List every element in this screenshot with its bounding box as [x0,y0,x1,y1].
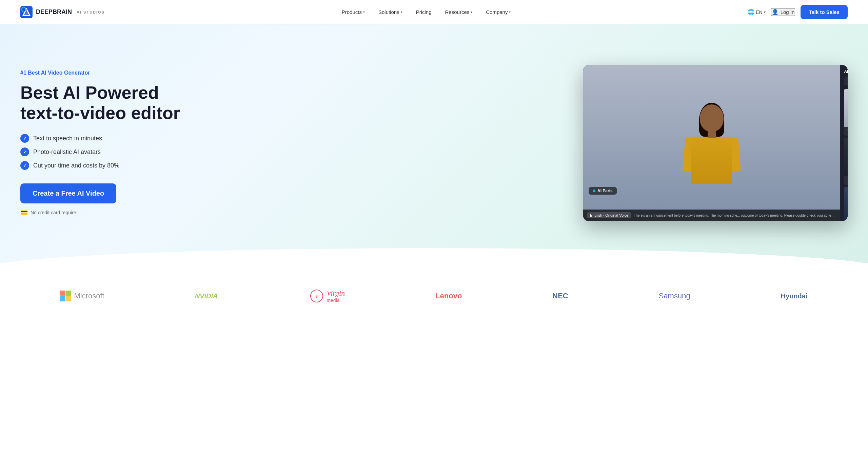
check-icon-2 [20,147,29,156]
logo-icon [20,6,33,18]
video-preview: AI Paris English · Original Voice There'… [583,65,848,221]
model-grid: Alan (Announcer) Jonathan (Announcer) [844,89,848,221]
feature-2: Photo-realistic AI avatars [20,147,207,156]
model-card-5[interactable]: CUSTOM Laure (Teacher) [844,187,848,221]
video-scroll-text: There's an announcement before today's m… [634,214,836,217]
logos-section: Microsoft NVIDIA V Virgin media Lenovo N… [0,269,868,317]
ai-dot [593,190,595,192]
logo-samsung: Samsung [659,292,690,300]
hero-content: #1 Best AI Video Generator Best AI Power… [20,70,207,217]
nav-resources[interactable]: Resources ▾ [440,6,478,18]
model-card-3[interactable]: Jonathan (Announcer) [844,138,848,185]
card-icon: 💳 [20,209,28,216]
avatar-container [678,101,746,210]
brand-name: DEEPBRAIN [36,8,72,16]
logo-hyundai: Hyundai [781,292,808,300]
brand-sub: AI STUDIOS [77,10,105,14]
hyundai-label: Hyundai [781,292,808,300]
nav-company[interactable]: Company ▾ [480,6,516,18]
lenovo-label: Lenovo [435,292,462,300]
avatar-torso [691,137,732,184]
svg-text:V: V [316,294,319,299]
model-badge-5: CUSTOM [845,220,848,221]
language-tag: English · Original Voice [587,212,631,218]
check-icon-3 [20,161,29,170]
logo-microsoft: Microsoft [60,291,104,301]
avatar [678,101,746,210]
logo[interactable]: DEEPBRAIN AI STUDIOS [20,6,105,18]
no-credit-card-note: 💳 No credit card require [20,209,207,216]
nav-products[interactable]: Products ▾ [336,6,370,18]
logo-lenovo: Lenovo [435,292,462,300]
model-name-1: Alan (Announcer) [844,127,848,133]
media-label: media [327,298,345,303]
ai-name-badge: AI Paris [589,187,617,195]
microsoft-grid-icon [60,291,71,301]
model-card-1[interactable]: Alan (Announcer) [844,89,848,136]
chevron-down-icon: ▾ [401,10,402,14]
nav-links: Products ▾ Solutions ▾ Pricing Resources… [336,6,516,18]
chevron-down-icon: ▾ [509,10,511,14]
logo-virgin: V Virgin media [308,289,345,303]
model-avatar-1 [844,89,848,127]
samsung-label: Samsung [659,292,690,300]
hero-visual: AI Paris English · Original Voice There'… [220,65,848,221]
model-avatar-5 [844,187,848,221]
avatar-neck [708,131,716,138]
video-main: AI Paris English · Original Voice There'… [583,65,840,221]
hero-title: Best AI Powered text-to-video editor [20,83,207,123]
language-selector[interactable]: 🌐 EN ▾ [748,9,765,15]
video-bottom-bar: English · Original Voice There's an anno… [583,210,840,221]
virgin-icon: V [308,289,325,303]
chevron-down-icon: ▾ [471,10,472,14]
nvidia-label: NVIDIA [195,292,218,300]
hero-features: Text to speech in minutes Photo-realisti… [20,134,207,170]
hero-badge: #1 Best AI Video Generator [20,70,207,76]
create-free-video-button[interactable]: Create a Free AI Video [20,183,116,203]
panel-title: AI Models [844,69,848,74]
logo-nec: NEC [552,292,568,300]
nav-solutions[interactable]: Solutions ▾ [373,6,408,18]
model-avatar-3 [844,138,848,176]
nav-pricing[interactable]: Pricing [411,6,437,18]
model-name-3: Jonathan (Announcer) [844,176,848,185]
user-icon: 👤 [772,9,778,15]
chevron-down-icon: ▾ [363,10,365,14]
microsoft-label: Microsoft [74,292,104,300]
nec-label: NEC [552,292,568,300]
video-screen: AI Paris [583,65,840,210]
check-icon-1 [20,134,29,143]
login-button[interactable]: 👤 Log In [771,8,795,16]
feature-3: Cut your time and costs by 80% [20,161,207,170]
feature-1: Text to speech in minutes [20,134,207,143]
model-search-input[interactable] [844,77,848,85]
virgin-label: Virgin [327,289,345,298]
hero-section: #1 Best AI Video Generator Best AI Power… [0,24,868,269]
logo-nvidia: NVIDIA [195,292,218,300]
navbar: DEEPBRAIN AI STUDIOS Products ▾ Solution… [0,0,868,24]
chevron-down-icon: ▾ [764,10,766,14]
nav-right: 🌐 EN ▾ 👤 Log In Talk to Sales [748,5,848,19]
ai-models-panel: AI Models Alan (Announcer) [840,65,848,221]
avatar-head [700,104,724,132]
talk-to-sales-button[interactable]: Talk to Sales [801,5,848,19]
globe-icon: 🌐 [748,9,754,15]
